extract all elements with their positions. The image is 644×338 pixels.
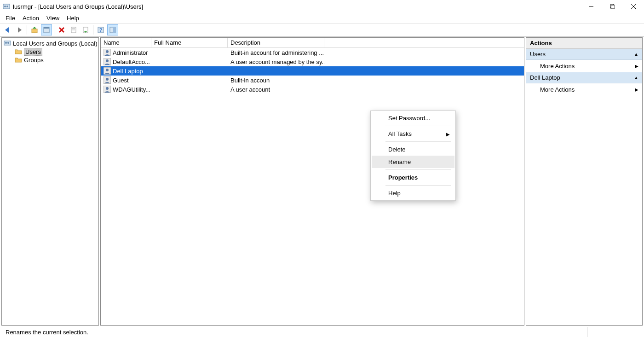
user-icon: [104, 67, 111, 75]
toolbar-separator: [54, 25, 54, 35]
cell-description: A user account managed by the sy...: [228, 58, 324, 65]
tree-item-users[interactable]: Users: [3, 47, 98, 56]
svg-point-1: [4, 6, 6, 7]
svg-marker-11: [33, 27, 36, 29]
actions-section-label: Users: [530, 51, 546, 58]
tree: Local Users and Groups (Local) Users Gro…: [2, 38, 98, 65]
close-button[interactable]: [623, 0, 644, 13]
folder-icon: [15, 56, 22, 64]
column-name[interactable]: Name: [101, 38, 151, 47]
context-menu-separator: [385, 185, 451, 186]
user-icon: [104, 76, 111, 84]
status-segment: [532, 327, 587, 337]
chevron-right-icon: ▶: [446, 131, 450, 136]
toolbar-properties-button[interactable]: [41, 24, 52, 35]
svg-marker-8: [5, 27, 9, 33]
list-header: Name Full Name Description: [101, 38, 524, 48]
toolbar-up-button[interactable]: [29, 24, 40, 35]
context-help[interactable]: Help: [372, 187, 454, 199]
toolbar-showpane-button[interactable]: [107, 24, 118, 35]
context-all-tasks[interactable]: All Tasks ▶: [372, 128, 454, 140]
cell-description: Built-in accoun: [228, 77, 324, 84]
context-set-password[interactable]: Set Password...: [372, 112, 454, 124]
context-menu-separator: [385, 141, 451, 142]
svg-marker-9: [18, 27, 22, 33]
list-body: AdministratorBuilt-in account for admini…: [101, 48, 524, 94]
app-icon: [3, 3, 10, 10]
maximize-button[interactable]: [602, 0, 623, 13]
user-icon: [104, 58, 111, 65]
context-rename[interactable]: Rename: [372, 156, 454, 168]
column-description[interactable]: Description: [228, 38, 324, 47]
actions-pane: Actions Users ▲ More Actions ▶ Dell Lapt…: [526, 37, 643, 326]
list-row[interactable]: GuestBuilt-in accoun: [101, 76, 524, 85]
menu-file[interactable]: File: [2, 14, 19, 23]
toolbar: ?: [0, 23, 644, 37]
context-menu-separator: [385, 126, 451, 126]
titlebar: lusrmgr - [Local Users and Groups (Local…: [0, 0, 644, 13]
minimize-button[interactable]: [581, 0, 602, 13]
actions-more-selection[interactable]: More Actions ▶: [526, 83, 642, 96]
svg-point-2: [6, 6, 8, 7]
context-delete[interactable]: Delete: [372, 143, 454, 156]
cell-name: Dell Laptop: [113, 68, 143, 75]
context-menu-separator: [385, 169, 451, 170]
cell-name: WDAGUtility...: [113, 86, 150, 93]
list-row[interactable]: DefaultAcco...A user account managed by …: [101, 57, 524, 66]
toolbar-forward-button[interactable]: [14, 24, 25, 35]
svg-rect-10: [32, 29, 37, 33]
list-row[interactable]: Dell Laptop: [101, 66, 524, 76]
actions-more-users[interactable]: More Actions ▶: [526, 60, 642, 72]
collapse-icon: ▲: [634, 52, 638, 57]
toolbar-back-button[interactable]: [2, 24, 13, 35]
svg-point-29: [106, 50, 109, 53]
svg-point-35: [106, 78, 109, 81]
tree-root-label: Local Users and Groups (Local): [13, 40, 98, 47]
toolbar-help-button[interactable]: ?: [95, 24, 106, 35]
tree-item-label: Users: [24, 48, 42, 56]
list-row[interactable]: WDAGUtility...A user account: [101, 85, 524, 94]
window-title: lusrmgr - [Local Users and Groups (Local…: [13, 3, 581, 10]
actions-item-label: More Actions: [540, 86, 575, 93]
cell-name: Administrator: [113, 49, 148, 56]
svg-point-33: [106, 69, 109, 71]
toolbar-delete-button[interactable]: [56, 24, 67, 35]
submenu-icon: ▶: [635, 64, 638, 69]
actions-title: Actions: [526, 38, 642, 49]
computer-icon: [4, 40, 11, 47]
context-all-tasks-label: All Tasks: [388, 130, 412, 137]
submenu-icon: ▶: [635, 87, 638, 92]
context-properties[interactable]: Properties: [372, 171, 454, 184]
user-icon: [104, 49, 111, 56]
column-fullname[interactable]: Full Name: [151, 38, 228, 47]
actions-section-selection[interactable]: Dell Laptop ▲: [526, 72, 642, 83]
cell-description: Built-in account for administering ...: [228, 49, 324, 56]
actions-section-label: Dell Laptop: [530, 74, 560, 81]
menu-view[interactable]: View: [43, 14, 63, 23]
folder-icon: [15, 48, 22, 55]
toolbar-page-button[interactable]: [68, 24, 79, 35]
svg-point-27: [7, 42, 9, 44]
tree-item-label: Groups: [24, 57, 44, 64]
list-row[interactable]: AdministratorBuilt-in account for admini…: [101, 48, 524, 57]
svg-text:?: ?: [99, 28, 102, 33]
svg-rect-13: [44, 27, 49, 29]
menu-action[interactable]: Action: [19, 14, 43, 23]
actions-section-users[interactable]: Users ▲: [526, 49, 642, 60]
status-segment: [587, 327, 642, 337]
status-bar: Renames the current selection.: [0, 327, 644, 337]
cell-description: A user account: [228, 86, 324, 93]
tree-item-groups[interactable]: Groups: [3, 56, 98, 64]
cell-name: DefaultAcco...: [113, 58, 150, 65]
list-pane: Name Full Name Description Administrator…: [100, 37, 524, 326]
svg-rect-5: [611, 5, 615, 9]
cell-name: Guest: [113, 77, 129, 84]
svg-rect-24: [113, 27, 115, 33]
menubar: File Action View Help: [0, 13, 644, 23]
tree-root[interactable]: Local Users and Groups (Local): [3, 39, 98, 47]
toolbar-export-button[interactable]: [80, 24, 91, 35]
actions-item-label: More Actions: [540, 63, 575, 70]
collapse-icon: ▲: [634, 75, 638, 80]
menu-help[interactable]: Help: [63, 14, 83, 23]
toolbar-separator: [27, 25, 27, 35]
